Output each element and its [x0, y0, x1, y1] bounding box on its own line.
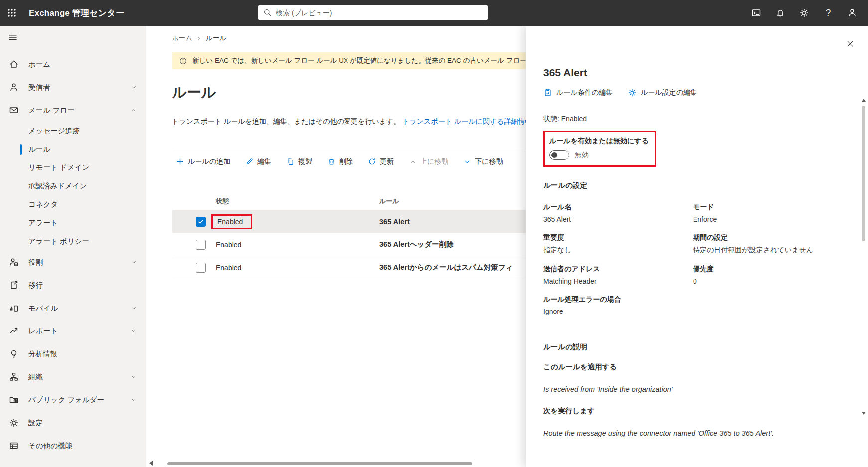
move-up-button[interactable]: 上に移動	[409, 157, 448, 166]
topbar-actions: ?	[744, 0, 864, 26]
apply-rule-label: このルールを適用する	[543, 362, 838, 372]
sidebar-item-accepted-domains[interactable]: 承認済みドメイン	[0, 177, 146, 195]
refresh-button[interactable]: 更新	[368, 157, 394, 166]
info-icon	[179, 57, 187, 65]
sidebar-item-rules[interactable]: ルール	[0, 140, 146, 158]
lightbulb-icon	[9, 349, 19, 359]
app-launcher-button[interactable]	[0, 0, 24, 26]
scroll-thumb[interactable]	[862, 106, 865, 241]
sidebar-item-public-folders[interactable]: パブリック フォルダー	[0, 388, 146, 411]
terminal-icon	[751, 8, 761, 18]
app-title: Exchange 管理センター	[29, 7, 124, 19]
left-nav: ホーム 受信者 メール フロー メッセージ追跡 ルール リモート ドメイン 承認…	[0, 26, 146, 467]
rule-description-title: ルールの説明	[543, 342, 838, 352]
delete-button[interactable]: 削除	[327, 157, 353, 166]
hscroll-left-arrow[interactable]	[149, 461, 153, 466]
breadcrumb-home[interactable]: ホーム	[172, 34, 192, 43]
sidebar-item-organization[interactable]: 組織	[0, 365, 146, 388]
status-value: Enabled	[216, 264, 379, 272]
panel-close-button[interactable]	[843, 37, 857, 51]
search-input[interactable]	[276, 9, 483, 17]
breadcrumb-current: ルール	[206, 34, 226, 43]
person-icon	[9, 82, 19, 92]
bell-icon	[775, 8, 785, 18]
sidebar-item-reports[interactable]: レポート	[0, 319, 146, 342]
rule-action-text: Route the message using the connector na…	[543, 429, 838, 437]
field-priority: 優先度 0	[693, 265, 838, 285]
sidebar-item-other-features[interactable]: その他の機能	[0, 434, 146, 457]
person-icon	[847, 8, 857, 18]
field-duration: 期間の設定 特定の日付範囲が設定されていません	[693, 233, 838, 255]
migration-icon	[9, 280, 19, 290]
rule-settings-title: ルールの設定	[543, 181, 838, 190]
add-rule-button[interactable]: ルールの追加	[176, 157, 230, 166]
sidebar-item-message-trace[interactable]: メッセージ追跡	[0, 122, 146, 140]
notifications-button[interactable]	[768, 0, 792, 26]
row-checkbox[interactable]	[196, 240, 206, 250]
chevron-right-icon	[196, 36, 202, 41]
mobile-icon	[9, 303, 19, 313]
row-checkbox[interactable]	[196, 263, 206, 273]
plus-icon	[176, 157, 184, 166]
scroll-down-arrow[interactable]	[862, 412, 866, 415]
sidebar-item-alert-policies[interactable]: アラート ポリシー	[0, 232, 146, 251]
field-rule-name: ルール名 365 Alert	[543, 203, 693, 223]
chevron-down-icon	[130, 373, 137, 380]
row-checkbox-checked[interactable]	[196, 217, 206, 227]
rule-settings-grid: ルール名 365 Alert モード Enforce 重要度 指定なし 期間の設…	[543, 203, 838, 315]
search-icon	[263, 8, 272, 17]
edit-button[interactable]: 編集	[245, 157, 271, 166]
top-bar: Exchange 管理センター ?	[0, 0, 868, 26]
duplicate-button[interactable]: 複製	[286, 157, 312, 166]
panel-scrollbar[interactable]	[861, 99, 867, 415]
toggle-knob	[551, 152, 557, 158]
table-icon	[9, 441, 19, 451]
copy-icon	[286, 157, 295, 166]
sidebar-item-roles[interactable]: 役割	[0, 251, 146, 274]
sidebar-item-recipients[interactable]: 受信者	[0, 76, 146, 99]
chevron-down-icon	[130, 327, 137, 334]
chevron-down-icon	[130, 396, 137, 403]
sidebar-item-home[interactable]: ホーム	[0, 53, 146, 76]
sidebar-item-mobile[interactable]: モバイル	[0, 297, 146, 319]
panel-title: 365 Alert	[543, 67, 838, 79]
panel-actions: ルール条件の編集 ルール設定の編集	[543, 88, 838, 97]
status-annotation: Enabled	[211, 214, 252, 229]
sidebar-item-settings[interactable]: 設定	[0, 411, 146, 434]
edit-rule-conditions-button[interactable]: ルール条件の編集	[543, 88, 613, 97]
powershell-button[interactable]	[744, 0, 768, 26]
sidebar-item-connectors[interactable]: コネクタ	[0, 195, 146, 214]
clipboard-edit-icon	[543, 88, 552, 97]
pencil-icon	[245, 157, 254, 166]
sidebar-item-migration[interactable]: 移行	[0, 274, 146, 297]
column-header-status[interactable]: 状態	[216, 197, 379, 206]
sidebar-item-alerts[interactable]: アラート	[0, 214, 146, 232]
rule-details-panel: 365 Alert ルール条件の編集 ルール設定の編集 状態: Enabled …	[526, 26, 868, 467]
refresh-icon	[368, 157, 376, 166]
horizontal-scrollbar[interactable]	[167, 462, 472, 465]
search-box[interactable]	[258, 5, 488, 20]
rule-enable-toggle[interactable]	[549, 150, 569, 160]
status-value: Enabled	[217, 218, 243, 226]
account-button[interactable]	[840, 0, 864, 26]
toggle-state-label: 無効	[575, 151, 589, 159]
transport-rules-learn-more-link[interactable]: トランスポート ルールに関する詳細情報	[402, 117, 532, 125]
rule-condition-text: Is received from 'Inside the organizatio…	[543, 385, 838, 393]
move-down-button[interactable]: 下に移動	[463, 157, 503, 166]
settings-button[interactable]	[792, 0, 816, 26]
rule-status-line: 状態: Enabled	[543, 115, 838, 124]
chevron-up-icon	[130, 107, 137, 114]
edit-rule-settings-button[interactable]: ルール設定の編集	[628, 88, 697, 97]
gear-icon	[628, 88, 637, 97]
home-icon	[9, 59, 19, 69]
gear-icon	[9, 418, 19, 428]
chevron-down-icon	[130, 305, 137, 311]
do-following-label: 次を実行します	[543, 406, 838, 416]
sidebar-item-mail-flow[interactable]: メール フロー	[0, 99, 146, 122]
nav-collapse-button[interactable]	[0, 26, 146, 49]
help-button[interactable]: ?	[816, 0, 840, 26]
hamburger-icon	[8, 32, 18, 42]
sidebar-item-insights[interactable]: 分析情報	[0, 342, 146, 365]
scroll-up-arrow[interactable]	[862, 99, 866, 102]
sidebar-item-remote-domains[interactable]: リモート ドメイン	[0, 158, 146, 177]
